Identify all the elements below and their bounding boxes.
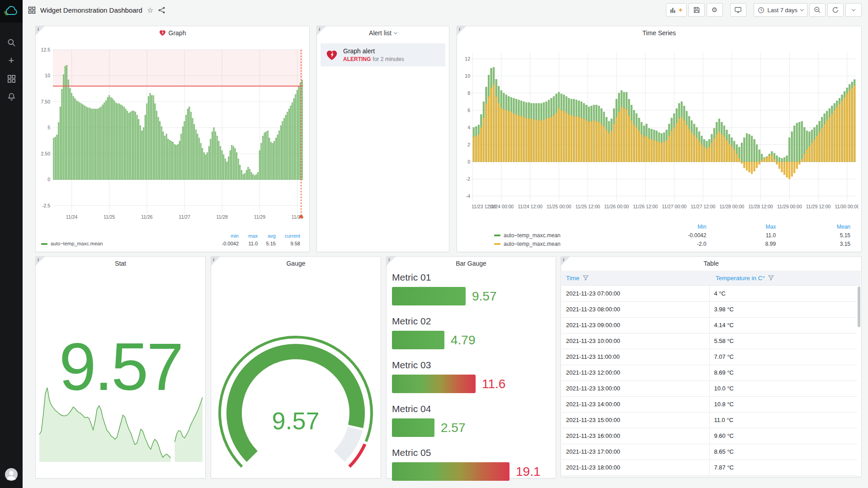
column-header-time[interactable]: Time bbox=[561, 275, 711, 282]
sidebar: + bbox=[0, 0, 23, 488]
refresh-interval-button[interactable] bbox=[845, 3, 862, 17]
legend-series-name[interactable]: auto~temp_maxc.mean bbox=[41, 239, 216, 247]
table-panel-title[interactable]: Table bbox=[561, 257, 861, 270]
svg-text:-2.5: -2.5 bbox=[42, 203, 50, 208]
alert-heart-icon bbox=[159, 30, 166, 36]
legend-mean-value: 3.15 bbox=[776, 239, 850, 248]
legend-header[interactable]: min bbox=[216, 232, 239, 239]
cell-temperature: 7.87 °C bbox=[709, 460, 857, 475]
metric-value: 11.6 bbox=[482, 377, 505, 391]
alerting-bell-icon[interactable] bbox=[0, 89, 23, 105]
bar-gauge-metric: Metric 04 2.57 bbox=[392, 404, 550, 437]
cell-temperature: 7.07 °C bbox=[709, 349, 857, 365]
table-row: 2021-11-23 17:00:00 8.65 °C bbox=[561, 444, 857, 460]
svg-text:2: 2 bbox=[467, 142, 470, 147]
legend-series-name[interactable]: auto~temp_maxc.mean bbox=[462, 239, 624, 248]
bar-gauge-metric: Metric 02 4.79 bbox=[392, 316, 550, 349]
svg-text:10: 10 bbox=[45, 73, 50, 78]
legend-series-row: auto~temp_maxc.mean -0.0042 11.0 5.15 9.… bbox=[41, 239, 300, 247]
magnifier-minus-icon bbox=[814, 6, 821, 14]
legend-header[interactable]: avg bbox=[258, 232, 276, 239]
metric-bar bbox=[392, 331, 444, 349]
panel-info-corner-icon[interactable]: i bbox=[211, 257, 220, 266]
panel-table: i Table Time Temperature in C° 2021-11-2… bbox=[561, 256, 862, 477]
svg-text:11/27: 11/27 bbox=[179, 214, 190, 220]
star-icon[interactable]: ☆ bbox=[147, 6, 153, 14]
search-icon[interactable] bbox=[0, 34, 23, 51]
panel-info-corner-icon[interactable]: i bbox=[457, 26, 466, 35]
time-range-label: Last 7 days bbox=[768, 7, 798, 14]
panel-bar-gauge: i Bar Gauge Metric 01 9.57 Metric 02 4.7… bbox=[386, 256, 556, 479]
panel-info-corner-icon[interactable]: i bbox=[387, 257, 396, 266]
cell-temperature: 11.0 °C bbox=[709, 412, 857, 428]
alert-list-item[interactable]: Graph alert ALERTINGfor 2 minutes bbox=[321, 43, 445, 66]
share-icon[interactable] bbox=[158, 6, 165, 14]
svg-text:4: 4 bbox=[467, 125, 470, 130]
cycle-view-button[interactable] bbox=[730, 3, 746, 17]
time-range-picker[interactable]: Last 7 days bbox=[754, 3, 808, 17]
save-floppy-icon bbox=[693, 6, 700, 14]
time-series-panel-title[interactable]: Time Series bbox=[457, 26, 861, 40]
gauge-panel-title[interactable]: Gauge bbox=[211, 257, 381, 270]
panel-info-corner-icon[interactable]: i bbox=[561, 257, 570, 266]
dashboard-grid-icon bbox=[28, 6, 36, 14]
graph-panel-title[interactable]: Graph bbox=[36, 26, 309, 40]
svg-text:11/25 00:00: 11/25 00:00 bbox=[547, 204, 571, 209]
table-row: 2021-11-23 14:00:00 10.8 °C bbox=[561, 396, 857, 412]
table-scrollbar-thumb[interactable] bbox=[858, 286, 860, 327]
metric-value: 2.57 bbox=[441, 421, 466, 435]
alert-status: ALERTINGfor 2 minutes bbox=[343, 56, 404, 62]
svg-text:11/28 12:00: 11/28 12:00 bbox=[748, 204, 773, 209]
panel-info-corner-icon[interactable]: i bbox=[317, 26, 326, 35]
create-plus-icon[interactable]: + bbox=[0, 52, 23, 69]
topbar: Widget Demonstration Dashboard ☆ + ⚙ Las… bbox=[23, 0, 868, 20]
cell-time: 2021-11-23 18:00:00 bbox=[561, 460, 709, 475]
svg-text:11/24: 11/24 bbox=[66, 214, 78, 220]
refresh-button[interactable] bbox=[827, 3, 844, 17]
table-row: 2021-11-23 18:00:00 7.87 °C bbox=[561, 460, 857, 475]
save-dashboard-button[interactable] bbox=[689, 3, 705, 17]
cell-time: 2021-11-23 15:00:00 bbox=[561, 412, 709, 428]
legend-max-value: 8.99 bbox=[706, 239, 776, 248]
panel-info-corner-icon[interactable]: i bbox=[36, 257, 45, 266]
metric-label: Metric 04 bbox=[392, 404, 550, 414]
legend-header[interactable]: current bbox=[276, 232, 300, 239]
cell-temperature: 10.0 °C bbox=[709, 380, 857, 396]
bar-gauge-metric: Metric 03 11.6 bbox=[392, 360, 550, 393]
svg-text:8: 8 bbox=[467, 90, 470, 96]
legend-series-name[interactable]: auto~temp_maxc.mean bbox=[462, 231, 624, 239]
column-header-temperature[interactable]: Temperature in C° bbox=[711, 275, 861, 282]
dashboards-grid-icon[interactable] bbox=[0, 70, 23, 87]
graph-plot[interactable]: 12.5107.5052.500-2.511/2411/2511/2611/27… bbox=[39, 42, 306, 224]
legend-header[interactable]: Max bbox=[706, 222, 776, 231]
table-row: 2021-11-23 08:00:00 3.98 °C bbox=[561, 301, 857, 317]
dashboard-settings-button[interactable]: ⚙ bbox=[707, 3, 723, 17]
bar-gauge-panel-title[interactable]: Bar Gauge bbox=[387, 257, 556, 270]
legend-header[interactable]: Min bbox=[624, 222, 706, 231]
panel-time-series: i Time Series 121086420-2-411/23 12:0011… bbox=[457, 26, 862, 252]
legend-header[interactable]: max bbox=[239, 232, 258, 239]
svg-text:11/28: 11/28 bbox=[216, 214, 228, 220]
svg-text:11/27 12:00: 11/27 12:00 bbox=[691, 204, 716, 209]
plus-icon: + bbox=[679, 6, 682, 14]
table-row: 2021-11-23 12:00:00 8.69 °C bbox=[561, 365, 857, 380]
series-color-swatch bbox=[41, 243, 47, 245]
alert-list-panel-title[interactable]: Alert list bbox=[317, 26, 449, 40]
stat-panel-title[interactable]: Stat bbox=[36, 257, 205, 270]
svg-text:-2: -2 bbox=[466, 176, 470, 182]
user-avatar[interactable] bbox=[5, 468, 18, 483]
time-series-plot[interactable]: 121086420-2-411/23 12:0011/24 00:0011/24… bbox=[461, 42, 859, 214]
metric-bar bbox=[392, 418, 434, 437]
svg-text:7.50: 7.50 bbox=[41, 99, 51, 104]
legend-max-value: 11.0 bbox=[706, 231, 776, 239]
person-icon bbox=[5, 468, 18, 481]
panel-info-corner-icon[interactable]: i bbox=[36, 26, 45, 35]
svg-text:11/26: 11/26 bbox=[141, 214, 153, 220]
cell-time: 2021-11-23 08:00:00 bbox=[561, 301, 709, 317]
svg-text:2.50: 2.50 bbox=[41, 151, 51, 156]
legend-avg-value: 5.15 bbox=[258, 239, 276, 247]
legend-header[interactable]: Mean bbox=[776, 222, 850, 231]
zoom-out-button[interactable] bbox=[809, 3, 826, 17]
add-panel-button[interactable]: + bbox=[666, 3, 686, 17]
grafana-logo[interactable] bbox=[0, 0, 23, 23]
